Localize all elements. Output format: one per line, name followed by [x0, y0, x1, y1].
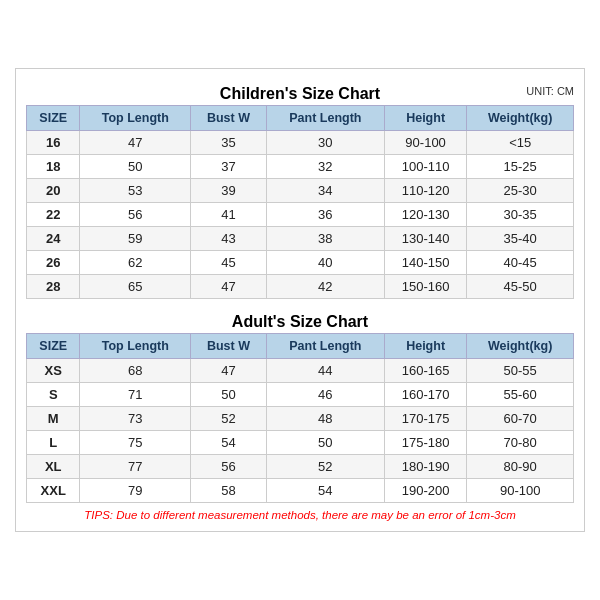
table-cell: 50 — [266, 431, 384, 455]
table-cell: 80-90 — [467, 455, 574, 479]
table-cell: 37 — [191, 155, 267, 179]
table-cell: 90-100 — [384, 131, 466, 155]
table-cell: 47 — [80, 131, 191, 155]
adult-col-top-length: Top Length — [80, 334, 191, 359]
table-cell: 50 — [191, 383, 267, 407]
table-cell: 25-30 — [467, 179, 574, 203]
table-cell: 62 — [80, 251, 191, 275]
table-cell: 60-70 — [467, 407, 574, 431]
adult-size-table: SIZE Top Length Bust W Pant Length Heigh… — [26, 333, 574, 503]
table-cell: 22 — [27, 203, 80, 227]
adult-col-height: Height — [384, 334, 466, 359]
table-cell: 71 — [80, 383, 191, 407]
table-cell: 45-50 — [467, 275, 574, 299]
table-cell: 32 — [266, 155, 384, 179]
tips-text: TIPS: Due to different measurement metho… — [26, 509, 574, 521]
table-cell: 18 — [27, 155, 80, 179]
table-row: 20533934110-12025-30 — [27, 179, 574, 203]
table-cell: 39 — [191, 179, 267, 203]
children-col-bust-w: Bust W — [191, 106, 267, 131]
table-row: XXL795854190-20090-100 — [27, 479, 574, 503]
table-cell: 150-160 — [384, 275, 466, 299]
table-cell: M — [27, 407, 80, 431]
table-cell: XXL — [27, 479, 80, 503]
table-cell: 79 — [80, 479, 191, 503]
table-cell: 100-110 — [384, 155, 466, 179]
table-row: M735248170-17560-70 — [27, 407, 574, 431]
children-col-pant-length: Pant Length — [266, 106, 384, 131]
table-row: XS684744160-16550-55 — [27, 359, 574, 383]
table-cell: 35-40 — [467, 227, 574, 251]
table-row: L755450175-18070-80 — [27, 431, 574, 455]
table-cell: 140-150 — [384, 251, 466, 275]
table-row: 22564136120-13030-35 — [27, 203, 574, 227]
table-cell: 130-140 — [384, 227, 466, 251]
table-cell: 56 — [80, 203, 191, 227]
table-cell: 170-175 — [384, 407, 466, 431]
table-row: 28654742150-16045-50 — [27, 275, 574, 299]
table-cell: 90-100 — [467, 479, 574, 503]
table-cell: 160-165 — [384, 359, 466, 383]
table-cell: 73 — [80, 407, 191, 431]
table-cell: 48 — [266, 407, 384, 431]
adult-col-size: SIZE — [27, 334, 80, 359]
table-cell: 15-25 — [467, 155, 574, 179]
table-cell: 34 — [266, 179, 384, 203]
table-cell: 20 — [27, 179, 80, 203]
table-cell: 54 — [266, 479, 384, 503]
table-row: 1647353090-100<15 — [27, 131, 574, 155]
table-cell: 160-170 — [384, 383, 466, 407]
children-size-table: SIZE Top Length Bust W Pant Length Heigh… — [26, 105, 574, 299]
table-cell: 65 — [80, 275, 191, 299]
table-cell: 52 — [191, 407, 267, 431]
table-cell: 46 — [266, 383, 384, 407]
table-row: 26624540140-15040-45 — [27, 251, 574, 275]
adult-col-weight: Weight(kg) — [467, 334, 574, 359]
table-cell: 35 — [191, 131, 267, 155]
table-cell: 50 — [80, 155, 191, 179]
table-cell: 36 — [266, 203, 384, 227]
table-cell: 190-200 — [384, 479, 466, 503]
table-cell: 120-130 — [384, 203, 466, 227]
table-row: XL775652180-19080-90 — [27, 455, 574, 479]
table-row: 24594338130-14035-40 — [27, 227, 574, 251]
table-cell: 30-35 — [467, 203, 574, 227]
table-cell: 38 — [266, 227, 384, 251]
children-header-row: SIZE Top Length Bust W Pant Length Heigh… — [27, 106, 574, 131]
table-cell: 50-55 — [467, 359, 574, 383]
table-cell: 58 — [191, 479, 267, 503]
children-col-height: Height — [384, 106, 466, 131]
children-col-size: SIZE — [27, 106, 80, 131]
table-cell: 56 — [191, 455, 267, 479]
adult-col-pant-length: Pant Length — [266, 334, 384, 359]
table-cell: 28 — [27, 275, 80, 299]
children-title-text: Children's Size Chart — [220, 85, 380, 102]
table-cell: 42 — [266, 275, 384, 299]
adult-title-text: Adult's Size Chart — [232, 313, 368, 330]
table-cell: 53 — [80, 179, 191, 203]
table-cell: 26 — [27, 251, 80, 275]
adult-section-title: Adult's Size Chart — [26, 307, 574, 333]
table-row: 18503732100-11015-25 — [27, 155, 574, 179]
table-cell: 180-190 — [384, 455, 466, 479]
table-cell: 70-80 — [467, 431, 574, 455]
table-cell: S — [27, 383, 80, 407]
children-col-top-length: Top Length — [80, 106, 191, 131]
table-cell: 59 — [80, 227, 191, 251]
table-cell: 54 — [191, 431, 267, 455]
table-cell: 40-45 — [467, 251, 574, 275]
table-cell: XL — [27, 455, 80, 479]
table-cell: XS — [27, 359, 80, 383]
table-cell: 40 — [266, 251, 384, 275]
adult-header-row: SIZE Top Length Bust W Pant Length Heigh… — [27, 334, 574, 359]
table-cell: <15 — [467, 131, 574, 155]
table-cell: 55-60 — [467, 383, 574, 407]
table-cell: L — [27, 431, 80, 455]
table-cell: 47 — [191, 275, 267, 299]
table-cell: 110-120 — [384, 179, 466, 203]
children-col-weight: Weight(kg) — [467, 106, 574, 131]
table-row: S715046160-17055-60 — [27, 383, 574, 407]
children-section-title: Children's Size Chart UNIT: CM — [26, 79, 574, 105]
table-cell: 47 — [191, 359, 267, 383]
table-cell: 68 — [80, 359, 191, 383]
